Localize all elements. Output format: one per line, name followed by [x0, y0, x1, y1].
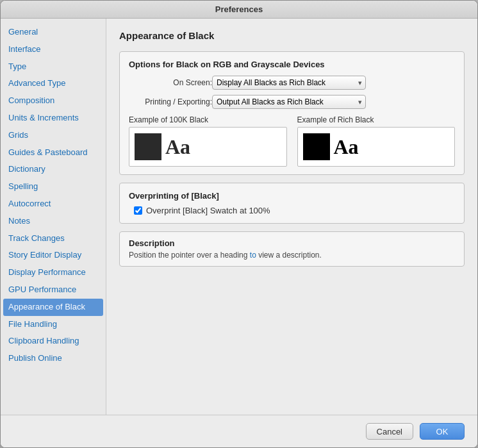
- example-100k-text: Aa: [165, 135, 190, 159]
- description-section: Description Position the pointer over a …: [119, 231, 465, 267]
- sidebar-item-type[interactable]: Type: [1, 58, 106, 76]
- example-rich-label: Example of Rich Black: [297, 115, 456, 124]
- sidebar-item-gpu-performance[interactable]: GPU Performance: [1, 281, 106, 299]
- black-square-100k: [135, 133, 161, 160]
- sidebar-item-units-increments[interactable]: Units & Increments: [1, 110, 106, 127]
- rgb-section-title: Options for Black on RGB and Grayscale D…: [129, 60, 455, 69]
- example-rich-preview: Aa: [297, 127, 456, 167]
- sidebar-item-file-handling[interactable]: File Handling: [1, 316, 106, 333]
- sidebar-item-track-changes[interactable]: Track Changes: [1, 230, 106, 247]
- ok-button[interactable]: OK: [420, 423, 465, 440]
- sidebar-item-publish-online[interactable]: Publish Online: [1, 350, 106, 367]
- overprint-section: Overprinting of [Black] Overprint [Black…: [119, 183, 465, 224]
- overprint-checkbox-row: Overprint [Black] Swatch at 100%: [129, 206, 455, 215]
- on-screen-select[interactable]: Display All Blacks Accurately Display Al…: [212, 76, 366, 90]
- title-bar: Preferences: [1, 1, 477, 19]
- black-square-rich: [303, 133, 330, 160]
- overprint-title: Overprinting of [Black]: [129, 191, 455, 201]
- example-rich-text: Aa: [334, 135, 359, 159]
- sidebar-item-general[interactable]: General: [1, 24, 106, 41]
- sidebar-item-composition[interactable]: Composition: [1, 92, 106, 110]
- sidebar-item-story-editor-display[interactable]: Story Editor Display: [1, 247, 106, 264]
- sidebar-item-autocorrect[interactable]: Autocorrect: [1, 195, 106, 213]
- sidebar-item-spelling[interactable]: Spelling: [1, 178, 106, 195]
- on-screen-label: On Screen:: [129, 78, 212, 87]
- description-title: Description: [129, 238, 455, 248]
- sidebar-item-display-performance[interactable]: Display Performance: [1, 264, 106, 281]
- on-screen-row: On Screen: Display All Blacks Accurately…: [129, 76, 455, 90]
- overprint-checkbox-label[interactable]: Overprint [Black] Swatch at 100%: [146, 206, 270, 215]
- description-link[interactable]: to: [250, 251, 256, 260]
- printing-label: Printing / Exporting:: [129, 97, 212, 106]
- on-screen-select-wrapper[interactable]: Display All Blacks Accurately Display Al…: [212, 76, 366, 90]
- printing-row: Printing / Exporting: Output All Blacks …: [129, 95, 455, 109]
- example-100k-preview: Aa: [129, 127, 287, 167]
- example-100k-box: Example of 100K Black Aa: [129, 115, 287, 167]
- sidebar-item-interface[interactable]: Interface: [1, 41, 106, 58]
- example-100k-label: Example of 100K Black: [129, 115, 287, 124]
- page-title: Appearance of Black: [119, 30, 465, 41]
- printing-select[interactable]: Output All Blacks Accurately Output All …: [212, 95, 366, 109]
- footer: Cancel OK: [1, 415, 477, 447]
- main-content: Appearance of Black Options for Black on…: [106, 19, 477, 415]
- preferences-window: Preferences GeneralInterfaceTypeAdvanced…: [0, 0, 478, 448]
- sidebar-item-dictionary[interactable]: Dictionary: [1, 161, 106, 178]
- example-rich-box: Example of Rich Black Aa: [297, 115, 456, 167]
- printing-select-wrapper[interactable]: Output All Blacks Accurately Output All …: [212, 95, 366, 109]
- description-text: Position the pointer over a heading to v…: [129, 251, 455, 260]
- sidebar-item-appearance-of-black[interactable]: Appearance of Black: [3, 299, 103, 316]
- sidebar: GeneralInterfaceTypeAdvanced TypeComposi…: [1, 19, 106, 415]
- sidebar-item-grids[interactable]: Grids: [1, 127, 106, 144]
- sidebar-item-clipboard-handling[interactable]: Clipboard Handling: [1, 333, 106, 350]
- window-body: GeneralInterfaceTypeAdvanced TypeComposi…: [1, 19, 477, 415]
- sidebar-item-guides-pasteboard[interactable]: Guides & Pasteboard: [1, 144, 106, 162]
- window-title: Preferences: [215, 4, 263, 14]
- cancel-button[interactable]: Cancel: [366, 423, 413, 440]
- rgb-section: Options for Black on RGB and Grayscale D…: [119, 51, 465, 175]
- sidebar-item-notes[interactable]: Notes: [1, 213, 106, 230]
- examples-row: Example of 100K Black Aa Example of Rich…: [129, 115, 455, 167]
- overprint-checkbox[interactable]: [134, 206, 142, 215]
- sidebar-item-advanced-type[interactable]: Advanced Type: [1, 75, 106, 92]
